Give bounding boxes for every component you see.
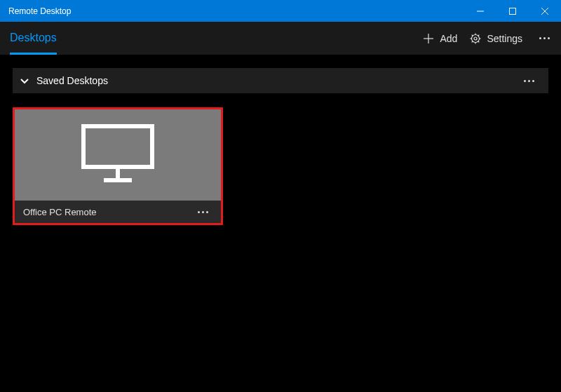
- svg-line-12: [472, 34, 473, 36]
- add-button[interactable]: Add: [423, 33, 457, 44]
- settings-label: Settings: [487, 33, 522, 44]
- svg-rect-1: [510, 8, 516, 14]
- minimize-icon: [477, 8, 484, 15]
- dot-icon: [206, 211, 208, 213]
- dot-icon: [202, 211, 204, 213]
- tab-desktops[interactable]: Desktops: [10, 22, 57, 55]
- svg-point-7: [474, 37, 477, 40]
- dot-icon: [543, 37, 546, 39]
- tile-footer: Office PC Remote: [15, 201, 221, 223]
- close-icon: [541, 8, 548, 15]
- svg-line-13: [478, 41, 480, 42]
- dot-icon: [539, 37, 541, 39]
- chevron-down-icon: [20, 76, 29, 86]
- tab-label: Desktops: [10, 32, 57, 44]
- section-title: Saved Desktops: [36, 75, 108, 86]
- desktop-tiles: Office PC Remote: [13, 107, 548, 225]
- window-title: Remote Desktop: [8, 6, 71, 16]
- toolbar-more-button[interactable]: [535, 37, 554, 39]
- add-label: Add: [440, 33, 457, 44]
- settings-button[interactable]: Settings: [470, 33, 522, 44]
- svg-line-15: [472, 41, 473, 42]
- svg-rect-16: [83, 126, 152, 167]
- tile-more-button[interactable]: [194, 211, 212, 213]
- dot-icon: [548, 37, 550, 39]
- desktop-tile[interactable]: Office PC Remote: [13, 107, 223, 225]
- section-more-button[interactable]: [520, 80, 539, 82]
- maximize-button[interactable]: [496, 0, 529, 22]
- section-header-left: Saved Desktops: [20, 75, 108, 86]
- dot-icon: [524, 80, 526, 82]
- titlebar: Remote Desktop: [0, 0, 561, 22]
- maximize-icon: [509, 8, 516, 15]
- toolbar-actions: Add Settings: [423, 33, 554, 44]
- svg-line-14: [478, 34, 480, 36]
- tile-preview: [15, 109, 221, 201]
- dot-icon: [528, 80, 530, 82]
- section-header[interactable]: Saved Desktops: [13, 68, 548, 93]
- dot-icon: [198, 211, 200, 213]
- close-button[interactable]: [529, 0, 561, 22]
- minimize-button[interactable]: [464, 0, 496, 22]
- plus-icon: [423, 33, 434, 44]
- tile-name: Office PC Remote: [23, 207, 97, 217]
- content-area: Saved Desktops Office PC Remote: [0, 55, 561, 238]
- gear-icon: [470, 33, 481, 44]
- window-controls: [464, 0, 561, 22]
- dot-icon: [532, 80, 534, 82]
- toolbar: Desktops Add Settings: [0, 22, 561, 55]
- monitor-icon: [79, 122, 156, 188]
